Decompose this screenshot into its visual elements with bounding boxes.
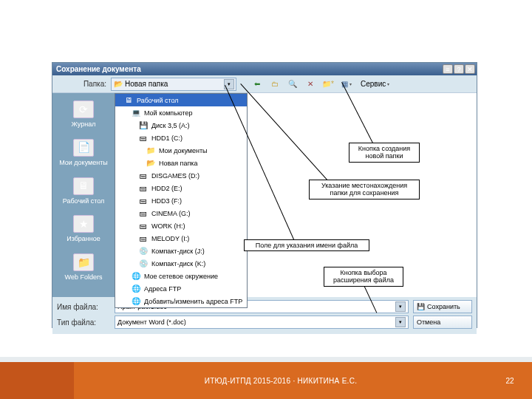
item-label: Мой компьютер [144,109,193,117]
cancel-button[interactable]: Отмена [413,316,472,329]
views-menu[interactable]: ▦ ▾ [338,78,355,91]
dropdown-item[interactable]: 🖴DISGAMES (D:) [115,169,247,182]
save-button[interactable]: 💾 Сохранить [413,300,472,313]
chevron-down-icon[interactable]: ▾ [395,301,406,312]
dropdown-item[interactable]: 🖥Рабочий стол [115,94,247,106]
new-folder-icon[interactable]: 📁* [321,78,335,91]
item-label: Компакт-диск (J:) [151,248,205,255]
dropdown-item[interactable]: 🌐Адреса FTP [115,282,247,295]
chevron-down-icon: ▾ [349,81,352,86]
footer-text: ИТЮД-ИТПД 2015-2016 · НИКИТИНА Е.С. [74,377,488,385]
item-label: Компакт-диск (K:) [151,260,205,267]
place-label: Журнал [54,120,113,129]
filename-label: Имя файла: [57,303,115,311]
web-folder-icon: 📁 [73,253,94,271]
back-icon[interactable]: ⬅ [250,78,265,91]
item-icon: 🖴 [138,234,148,243]
item-label: DISGAMES (D:) [151,172,200,180]
item-label: Мои документы [159,147,208,154]
folder-label: Папка: [55,80,111,88]
item-icon: 💾 [138,121,148,130]
item-label: Адреса FTP [144,285,181,293]
place-label: Мои документы [54,159,113,167]
dropdown-item[interactable]: 🌐Мое сетевое окружение [115,270,247,282]
service-menu[interactable]: Сервис ▾ [358,78,392,91]
dropdown-item[interactable]: 🖴HDD1 (C:) [115,132,247,144]
item-label: CINEMA (G:) [151,210,191,217]
callout-new-folder: Кнопка создания новой папки [349,143,420,163]
item-label: Диск 3,5 (A:) [151,122,190,129]
save-button-label: Сохранить [427,303,460,310]
chevron-down-icon[interactable]: ▾ [395,317,406,327]
item-icon: 🖴 [138,197,148,205]
place-web-folders[interactable]: 📁 Web Folders [52,249,115,287]
place-label: Рабочий стол [54,197,113,205]
delete-icon[interactable]: ✕ [303,78,318,91]
favorites-icon: ★ [73,215,94,233]
item-icon: 🌐 [131,297,140,306]
callout-folder-location: Указание местонахождения папки для сохра… [309,180,420,200]
current-folder-text: Новая папка [125,80,168,88]
places-bar: ⟳ Журнал 📄 Мои документы 🖥 Рабочий стол … [52,93,115,297]
callout-filetype-button: Кнопка выбора расширения файла [324,267,403,287]
filetype-value: Документ Word (*.doc) [117,318,186,326]
chevron-down-icon: ▾ [387,81,389,86]
place-my-documents[interactable]: 📄 Мои документы [52,134,115,173]
documents-icon: 📄 [73,139,94,157]
dropdown-item[interactable]: 🖴HDD2 (E:) [115,182,247,194]
toolbar: Папка: 📂 Новая папка ▾ ⬅ 🗀 🔍 ✕ 📁* ▦ ▾ [52,75,477,93]
item-icon: 📂 [146,159,155,168]
dropdown-item[interactable]: 📁Мои документы [115,144,247,157]
folder-dropdown[interactable]: 📂 Новая папка ▾ [111,78,236,91]
place-journal[interactable]: ⟳ Журнал [52,96,115,134]
dialog-title: Сохранение документа [56,65,443,73]
item-label: Новая папка [159,160,197,167]
item-icon: 🖴 [138,209,148,218]
dropdown-item[interactable]: 🖴HDD3 (F:) [115,194,247,207]
place-desktop[interactable]: 🖥 Рабочий стол [52,173,115,211]
item-label: Рабочий стол [137,97,179,104]
item-icon: 💿 [138,247,148,256]
cancel-button-label: Отмена [417,318,440,326]
dropdown-item[interactable]: 📂Новая папка [115,157,247,169]
item-icon: 🌐 [131,284,140,293]
item-icon: 🖴 [138,184,148,193]
titlebar-extra-button[interactable]: ≡ [443,64,453,74]
item-icon: 🖴 [138,134,148,143]
slide-footer: ИТЮД-ИТПД 2015-2016 · НИКИТИНА Е.С. 22 [0,362,532,399]
filetype-label: Тип файла: [57,318,115,327]
item-label: HDD3 (F:) [151,197,182,205]
item-label: Добавить/изменить адреса FTP [144,298,242,305]
service-label: Сервис [361,80,386,88]
desktop-icon: 🖥 [73,177,94,195]
dropdown-item[interactable]: 💿Компакт-диск (J:) [115,245,247,257]
up-one-level-icon[interactable]: 🗀 [267,78,282,91]
item-icon: 🖴 [138,222,148,231]
footer-divider [0,357,532,362]
item-icon: 🖴 [138,171,148,180]
dropdown-item[interactable]: 🌐Добавить/изменить адреса FTP [115,295,247,307]
footer-accent [0,362,74,399]
dropdown-item[interactable]: 🖴MELODY (I:) [115,232,247,245]
page-number: 22 [488,377,532,385]
place-label: Избранное [54,235,113,243]
item-icon: 💿 [138,259,148,268]
dropdown-item[interactable]: 🖴CINEMA (G:) [115,207,247,219]
folder-icon: 📂 [113,80,123,89]
dropdown-item[interactable]: 💾Диск 3,5 (A:) [115,119,247,132]
place-label: Web Folders [54,273,113,282]
titlebar: Сохранение документа ≡ ? ✕ [52,63,477,75]
save-icon: 💾 [417,303,425,310]
dropdown-item[interactable]: 💻Мой компьютер [115,106,247,119]
dropdown-item[interactable]: 🖴WORK (H:) [115,219,247,232]
help-button[interactable]: ? [454,64,464,74]
search-web-icon[interactable]: 🔍 [285,78,300,91]
item-label: Мое сетевое окружение [144,273,218,280]
item-label: HDD1 (C:) [151,134,183,142]
folder-tree-dropdown[interactable]: 🖥Рабочий стол💻Мой компьютер💾Диск 3,5 (A:… [115,93,248,308]
filetype-dropdown[interactable]: Документ Word (*.doc) ▾ [115,316,409,329]
item-label: MELODY (I:) [151,235,189,242]
place-favorites[interactable]: ★ Избранное [52,211,115,249]
close-button[interactable]: ✕ [465,64,475,74]
dropdown-item[interactable]: 💿Компакт-диск (K:) [115,257,247,270]
